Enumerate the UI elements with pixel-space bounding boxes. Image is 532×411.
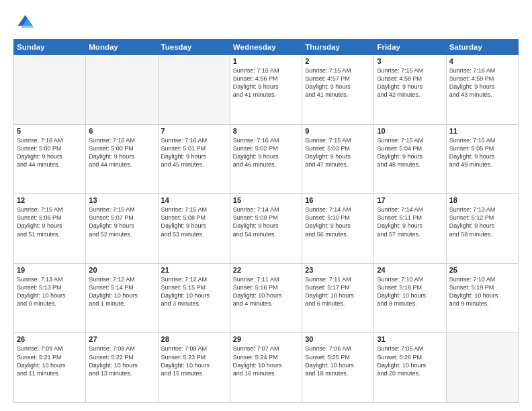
day-info: Sunrise: 7:16 AM Sunset: 4:59 PM Dayligh… (449, 66, 515, 99)
day-number: 9 (305, 127, 371, 135)
day-info: Sunrise: 7:08 AM Sunset: 5:23 PM Dayligh… (161, 345, 227, 377)
day-cell-8: 8Sunrise: 7:16 AM Sunset: 5:02 PM Daylig… (230, 124, 302, 194)
day-number: 24 (377, 266, 443, 274)
day-info: Sunrise: 7:15 AM Sunset: 4:57 PM Dayligh… (305, 66, 371, 99)
day-number: 28 (161, 335, 227, 343)
day-cell-26: 26Sunrise: 7:09 AM Sunset: 5:21 PM Dayli… (14, 333, 86, 403)
day-number: 31 (377, 335, 443, 343)
day-info: Sunrise: 7:14 AM Sunset: 5:10 PM Dayligh… (305, 205, 371, 238)
day-number: 4 (449, 57, 515, 65)
day-cell-13: 13Sunrise: 7:15 AM Sunset: 5:07 PM Dayli… (86, 194, 158, 264)
day-number: 30 (305, 335, 371, 343)
day-number: 27 (89, 335, 154, 343)
day-number: 5 (17, 127, 83, 135)
day-info: Sunrise: 7:15 AM Sunset: 5:03 PM Dayligh… (305, 136, 371, 169)
week-row-2: 5Sunrise: 7:16 AM Sunset: 5:00 PM Daylig… (14, 124, 519, 194)
day-info: Sunrise: 7:13 AM Sunset: 5:12 PM Dayligh… (449, 205, 515, 238)
day-info: Sunrise: 7:05 AM Sunset: 5:26 PM Dayligh… (377, 345, 443, 377)
day-info: Sunrise: 7:08 AM Sunset: 5:22 PM Dayligh… (89, 345, 154, 377)
day-cell-31: 31Sunrise: 7:05 AM Sunset: 5:26 PM Dayli… (374, 333, 446, 403)
day-cell-19: 19Sunrise: 7:13 AM Sunset: 5:13 PM Dayli… (14, 263, 86, 333)
day-cell-28: 28Sunrise: 7:08 AM Sunset: 5:23 PM Dayli… (158, 333, 230, 403)
page: SundayMondayTuesdayWednesdayThursdayFrid… (0, 0, 532, 411)
day-cell-30: 30Sunrise: 7:06 AM Sunset: 5:25 PM Dayli… (302, 333, 374, 403)
day-info: Sunrise: 7:15 AM Sunset: 5:06 PM Dayligh… (17, 205, 83, 238)
empty-cell (158, 55, 230, 125)
day-number: 20 (89, 266, 154, 274)
day-info: Sunrise: 7:14 AM Sunset: 5:11 PM Dayligh… (377, 205, 443, 238)
day-number: 29 (233, 335, 299, 343)
day-number: 25 (449, 266, 515, 274)
day-number: 14 (161, 196, 227, 204)
weekday-header-thursday: Thursday (302, 40, 374, 55)
day-number: 12 (17, 196, 83, 204)
day-info: Sunrise: 7:07 AM Sunset: 5:24 PM Dayligh… (233, 345, 299, 377)
day-number: 16 (305, 196, 371, 204)
day-cell-1: 1Sunrise: 7:15 AM Sunset: 4:56 PM Daylig… (230, 55, 302, 125)
day-cell-17: 17Sunrise: 7:14 AM Sunset: 5:11 PM Dayli… (374, 194, 446, 264)
day-cell-29: 29Sunrise: 7:07 AM Sunset: 5:24 PM Dayli… (230, 333, 302, 403)
day-number: 3 (377, 57, 443, 65)
day-number: 15 (233, 196, 299, 204)
calendar-table: SundayMondayTuesdayWednesdayThursdayFrid… (13, 39, 519, 403)
day-number: 1 (233, 57, 299, 65)
day-info: Sunrise: 7:15 AM Sunset: 5:08 PM Dayligh… (161, 205, 227, 238)
day-number: 13 (89, 196, 154, 204)
day-info: Sunrise: 7:10 AM Sunset: 5:18 PM Dayligh… (377, 275, 443, 308)
day-cell-18: 18Sunrise: 7:13 AM Sunset: 5:12 PM Dayli… (446, 194, 518, 264)
weekday-header-row: SundayMondayTuesdayWednesdayThursdayFrid… (14, 40, 519, 55)
day-info: Sunrise: 7:10 AM Sunset: 5:19 PM Dayligh… (449, 275, 515, 308)
day-cell-14: 14Sunrise: 7:15 AM Sunset: 5:08 PM Dayli… (158, 194, 230, 264)
header (13, 11, 519, 32)
day-info: Sunrise: 7:15 AM Sunset: 4:58 PM Dayligh… (377, 66, 443, 99)
day-cell-10: 10Sunrise: 7:15 AM Sunset: 5:04 PM Dayli… (374, 124, 446, 194)
day-number: 22 (233, 266, 299, 274)
day-number: 8 (233, 127, 299, 135)
day-number: 19 (17, 266, 83, 274)
day-info: Sunrise: 7:12 AM Sunset: 5:15 PM Dayligh… (161, 275, 227, 308)
day-cell-11: 11Sunrise: 7:15 AM Sunset: 5:05 PM Dayli… (446, 124, 518, 194)
logo (13, 11, 38, 32)
day-number: 26 (17, 335, 83, 343)
day-number: 17 (377, 196, 443, 204)
week-row-3: 12Sunrise: 7:15 AM Sunset: 5:06 PM Dayli… (14, 194, 519, 264)
day-cell-2: 2Sunrise: 7:15 AM Sunset: 4:57 PM Daylig… (302, 55, 374, 125)
day-cell-15: 15Sunrise: 7:14 AM Sunset: 5:09 PM Dayli… (230, 194, 302, 264)
day-info: Sunrise: 7:15 AM Sunset: 5:05 PM Dayligh… (449, 136, 515, 169)
weekday-header-friday: Friday (374, 40, 446, 55)
week-row-1: 1Sunrise: 7:15 AM Sunset: 4:56 PM Daylig… (14, 55, 519, 125)
weekday-header-tuesday: Tuesday (158, 40, 230, 55)
day-info: Sunrise: 7:11 AM Sunset: 5:16 PM Dayligh… (233, 275, 299, 308)
day-info: Sunrise: 7:16 AM Sunset: 5:01 PM Dayligh… (161, 136, 227, 169)
week-row-4: 19Sunrise: 7:13 AM Sunset: 5:13 PM Dayli… (14, 263, 519, 333)
weekday-header-sunday: Sunday (14, 40, 86, 55)
day-info: Sunrise: 7:14 AM Sunset: 5:09 PM Dayligh… (233, 205, 299, 238)
empty-cell (14, 55, 86, 125)
day-cell-7: 7Sunrise: 7:16 AM Sunset: 5:01 PM Daylig… (158, 124, 230, 194)
day-info: Sunrise: 7:16 AM Sunset: 5:00 PM Dayligh… (89, 136, 154, 169)
day-cell-24: 24Sunrise: 7:10 AM Sunset: 5:18 PM Dayli… (374, 263, 446, 333)
day-cell-6: 6Sunrise: 7:16 AM Sunset: 5:00 PM Daylig… (86, 124, 158, 194)
day-cell-25: 25Sunrise: 7:10 AM Sunset: 5:19 PM Dayli… (446, 263, 518, 333)
day-info: Sunrise: 7:12 AM Sunset: 5:14 PM Dayligh… (89, 275, 154, 308)
day-number: 18 (449, 196, 515, 204)
day-cell-27: 27Sunrise: 7:08 AM Sunset: 5:22 PM Dayli… (86, 333, 158, 403)
day-number: 21 (161, 266, 227, 274)
day-number: 7 (161, 127, 227, 135)
day-info: Sunrise: 7:11 AM Sunset: 5:17 PM Dayligh… (305, 275, 371, 308)
day-number: 2 (305, 57, 371, 65)
empty-cell (86, 55, 158, 125)
day-cell-3: 3Sunrise: 7:15 AM Sunset: 4:58 PM Daylig… (374, 55, 446, 125)
logo-icon (13, 11, 35, 32)
day-number: 23 (305, 266, 371, 274)
day-cell-21: 21Sunrise: 7:12 AM Sunset: 5:15 PM Dayli… (158, 263, 230, 333)
day-info: Sunrise: 7:15 AM Sunset: 5:07 PM Dayligh… (89, 205, 154, 238)
day-cell-12: 12Sunrise: 7:15 AM Sunset: 5:06 PM Dayli… (14, 194, 86, 264)
day-info: Sunrise: 7:13 AM Sunset: 5:13 PM Dayligh… (17, 275, 83, 308)
day-number: 10 (377, 127, 443, 135)
week-row-5: 26Sunrise: 7:09 AM Sunset: 5:21 PM Dayli… (14, 333, 519, 403)
day-cell-20: 20Sunrise: 7:12 AM Sunset: 5:14 PM Dayli… (86, 263, 158, 333)
day-info: Sunrise: 7:09 AM Sunset: 5:21 PM Dayligh… (17, 345, 83, 377)
weekday-header-monday: Monday (86, 40, 158, 55)
day-cell-16: 16Sunrise: 7:14 AM Sunset: 5:10 PM Dayli… (302, 194, 374, 264)
